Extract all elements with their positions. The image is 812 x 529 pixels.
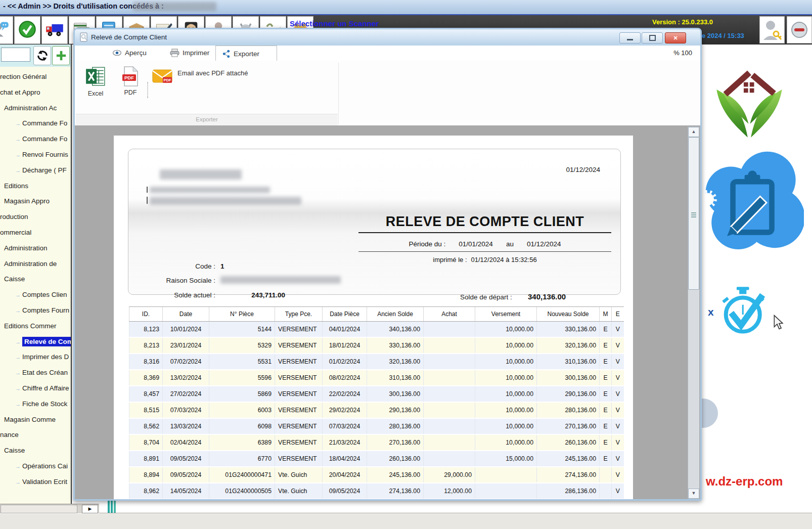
sidebar-item-label: rection Général xyxy=(0,73,47,80)
hscroll-right-button[interactable]: ▶ xyxy=(82,505,98,513)
sidebar-item-label: Etat des Créan xyxy=(22,369,68,376)
table-cell: 22/02/2024 xyxy=(323,386,367,402)
table-cell: 27/02/2024 xyxy=(163,386,209,402)
table-cell: V xyxy=(612,354,624,370)
user-chat-button[interactable] xyxy=(0,16,13,44)
sidebar-item[interactable]: →Etat des Créan xyxy=(15,367,71,379)
sidebar-item[interactable]: Administration de xyxy=(4,258,71,270)
sidebar-item[interactable]: →Imprimer des D xyxy=(15,351,71,363)
table-cell: 5531 xyxy=(209,354,275,370)
sidebar-item[interactable]: →Décharge ( PF xyxy=(15,164,71,177)
table-cell: VERSEMENT xyxy=(275,322,323,338)
export-pdf-button[interactable]: PDF PDF xyxy=(117,66,144,96)
sidebar-item[interactable]: rection Général xyxy=(0,71,71,83)
table-cell: VERSEMENT xyxy=(275,354,323,370)
truck-button[interactable] xyxy=(41,16,68,44)
sidebar-item-label: Fiche de Stock xyxy=(22,400,67,408)
sidebar-item[interactable]: Administration Ac xyxy=(4,102,71,114)
tab-exporter[interactable]: Exporter xyxy=(215,46,277,62)
email-pdf-button[interactable]: PDF Email avec PDF attaché xyxy=(152,68,248,84)
column-header: ID. xyxy=(129,307,163,322)
sidebar-item-label: Editions xyxy=(4,182,28,190)
tab-imprimer[interactable]: Imprimer xyxy=(164,46,215,60)
sidebar-item[interactable]: Administration xyxy=(4,242,71,254)
maximize-button[interactable] xyxy=(642,32,663,43)
table-cell: 08/02/2024 xyxy=(323,370,367,386)
user-key-button[interactable] xyxy=(759,16,785,43)
sidebar-item[interactable]: →Renvoi Fournis xyxy=(15,149,71,161)
sidebar-item[interactable]: →Comptes Fourn xyxy=(15,304,71,317)
preview-vscrollbar[interactable]: ▲ ▼ xyxy=(688,126,700,499)
validate-button[interactable] xyxy=(14,16,40,44)
hscroll-thumb[interactable] xyxy=(1,505,77,513)
sidebar-item[interactable]: chat et Appro xyxy=(0,86,71,99)
table-cell: E xyxy=(600,354,612,370)
table-cell: 6389 xyxy=(209,434,275,451)
sidebar-item[interactable]: ommercial xyxy=(0,227,71,239)
sidebar-item[interactable]: →Opérations Cai xyxy=(15,460,71,472)
sidebar-item[interactable]: nance xyxy=(0,429,71,441)
sidebar-item[interactable]: →Chiffre d Affaire xyxy=(15,382,71,394)
column-header: Date xyxy=(163,307,209,322)
table-cell: 5144 xyxy=(209,322,275,338)
table-row: 8,36913/02/20245596VERSEMENT08/02/202431… xyxy=(129,370,624,386)
zoom-level-label: % 100 xyxy=(673,49,692,57)
email-pdf-icon: PDF xyxy=(152,68,173,84)
sidebar-item[interactable]: Magasin Comme xyxy=(4,414,71,426)
sidebar: rection Généralchat et ApproAdministrati… xyxy=(0,45,72,513)
refresh-icon xyxy=(36,50,49,62)
minimize-button[interactable] xyxy=(619,32,641,43)
table-cell: V xyxy=(612,402,624,418)
close-button[interactable]: ✕ xyxy=(665,32,686,43)
printer-icon xyxy=(170,49,179,57)
sidebar-item[interactable]: →Commande Fo xyxy=(15,133,71,145)
excel-label: Excel xyxy=(88,90,104,97)
scroll-down-button[interactable]: ▼ xyxy=(688,489,699,499)
sidebar-hscrollbar[interactable]: ▶ xyxy=(0,504,99,513)
table-cell: 260,136.00 xyxy=(367,451,424,467)
tree-arrow-icon: → xyxy=(15,167,21,173)
sidebar-item[interactable]: →Relevé de Comp xyxy=(15,336,71,348)
sidebar-item-label: Chiffre d Affaire xyxy=(22,384,69,392)
sidebar-item[interactable]: Caisse xyxy=(4,445,71,457)
table-cell: 01G2400000505 xyxy=(209,483,275,499)
scroll-up-button[interactable]: ▲ xyxy=(688,127,699,137)
scroll-thumb[interactable] xyxy=(688,137,699,290)
sidebar-item-label: ommercial xyxy=(0,229,31,236)
table-cell: 07/02/2024 xyxy=(163,354,209,370)
table-cell: E xyxy=(600,337,612,354)
sidebar-item[interactable]: Caisse xyxy=(4,273,71,285)
sidebar-item[interactable]: roduction xyxy=(0,211,71,223)
export-excel-button[interactable]: Excel xyxy=(80,66,111,97)
tab-apercu[interactable]: Aperçu xyxy=(106,46,153,60)
period-label: Période du : xyxy=(409,240,446,248)
table-row: 8,12310/01/20245144VERSEMENT04/01/202434… xyxy=(129,322,624,338)
redacted-company-line xyxy=(160,169,242,180)
add-button[interactable] xyxy=(52,46,70,65)
table-row: 8,89409/05/202401G2400000471Vte. Guich20… xyxy=(129,467,624,483)
sidebar-item[interactable]: Editions xyxy=(4,180,71,192)
refresh-button[interactable] xyxy=(33,46,51,65)
column-header: Type Pce. xyxy=(275,307,323,322)
redacted-company-name xyxy=(133,2,216,11)
table-cell: 12,000.00 xyxy=(424,483,475,499)
sidebar-item[interactable]: →Fiche de Stock xyxy=(15,398,71,410)
table-row: 8,96214/05/202401G2400000505Vte. Guich09… xyxy=(129,483,624,499)
table-cell: VERSEMENT xyxy=(275,434,323,451)
search-input[interactable] xyxy=(1,48,30,62)
table-cell: 01/02/2024 xyxy=(323,354,367,370)
dialog-titlebar[interactable]: Relevé de Compte Client ✕ xyxy=(75,29,700,46)
column-header: N° Pièce xyxy=(209,307,275,322)
table-cell: 8,316 xyxy=(129,354,163,370)
column-header: M xyxy=(600,307,612,322)
power-button[interactable] xyxy=(787,16,812,43)
sidebar-item[interactable]: Editions Commer xyxy=(4,320,71,332)
report-table: ID.DateN° PièceType Pce.Date PièceAncien… xyxy=(129,306,624,499)
report-title-block: RELEVE DE COMPTE CLIENT Période du : 01/… xyxy=(358,214,611,263)
sidebar-item[interactable]: →Comptes Clien xyxy=(15,289,71,301)
solde-depart-label: Solde de départ : xyxy=(460,293,523,301)
stopwatch-check-logo xyxy=(717,285,771,339)
sidebar-item[interactable]: →Validation Ecrit xyxy=(15,476,71,488)
sidebar-item[interactable]: →Commande Fo xyxy=(15,117,71,129)
sidebar-item[interactable]: Magasin Appro xyxy=(4,195,71,207)
